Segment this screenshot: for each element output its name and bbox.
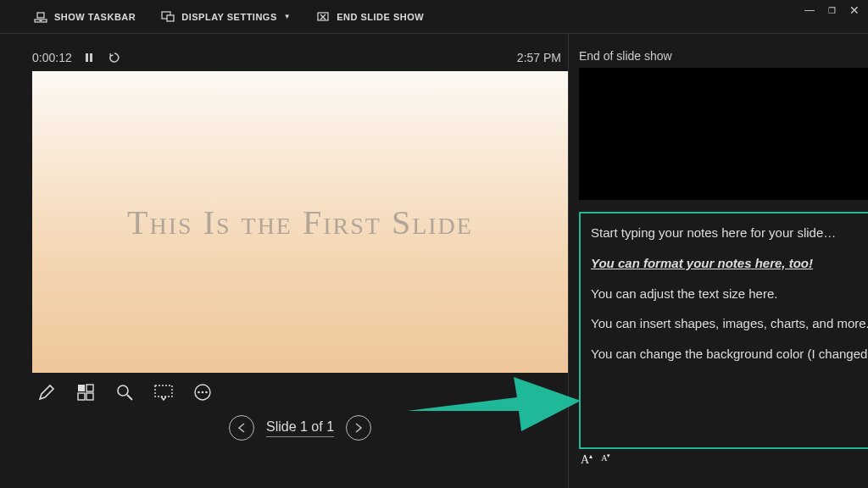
svg-point-14: [198, 391, 200, 394]
notes-line: You can insert shapes, images, charts, a…: [591, 314, 868, 333]
restore-button[interactable]: ❐: [828, 6, 836, 15]
font-increase-button[interactable]: A▴: [581, 452, 593, 467]
restart-timer-button[interactable]: [106, 49, 123, 66]
timer-row: 0:00:12 2:57 PM: [32, 49, 568, 66]
slide-nav: Slide 1 of 1: [32, 415, 568, 441]
notes-line: You can change the background color (I c…: [591, 345, 868, 363]
display-settings-button[interactable]: DISPLAY SETTINGS ▼: [161, 10, 291, 24]
end-show-icon: [316, 10, 330, 24]
current-slide[interactable]: This Is the First Slide: [32, 71, 568, 373]
next-slide-label: End of slide show: [579, 49, 868, 63]
svg-rect-1: [37, 13, 44, 18]
close-button[interactable]: ✕: [849, 3, 860, 17]
notes-font-controls: A▴ A▾: [579, 452, 868, 467]
more-options-button[interactable]: [192, 381, 214, 403]
minimize-button[interactable]: —: [804, 4, 815, 16]
top-toolbar: SHOW TASKBAR DISPLAY SETTINGS ▼ END SLID…: [0, 0, 868, 34]
slide-counter[interactable]: Slide 1 of 1: [266, 419, 334, 437]
svg-rect-5: [86, 53, 88, 62]
elapsed-time: 0:00:12: [32, 51, 72, 64]
slide-tools: [32, 381, 568, 403]
svg-point-15: [202, 391, 204, 394]
svg-point-16: [205, 391, 208, 394]
presenter-main: 0:00:12 2:57 PM This Is the First Slide: [0, 34, 568, 488]
presenter-side: End of slide show Start typing your note…: [568, 34, 868, 488]
display-settings-label: DISPLAY SETTINGS: [181, 12, 277, 22]
show-taskbar-button[interactable]: SHOW TASKBAR: [34, 10, 136, 24]
svg-rect-3: [167, 15, 174, 21]
font-decrease-button[interactable]: A▾: [601, 452, 610, 467]
zoom-button[interactable]: [114, 381, 136, 403]
clock-time: 2:57 PM: [517, 51, 561, 64]
show-taskbar-label: SHOW TASKBAR: [54, 12, 136, 22]
next-slide-button[interactable]: [346, 415, 371, 441]
svg-rect-12: [155, 385, 172, 396]
window-controls: — ❐ ✕: [804, 3, 860, 17]
notes-line: Start typing your notes here for your sl…: [591, 224, 868, 242]
svg-rect-7: [78, 385, 85, 391]
svg-rect-8: [86, 385, 93, 391]
dropdown-icon: ▼: [284, 13, 291, 20]
display-settings-icon: [161, 10, 175, 24]
end-slideshow-label: END SLIDE SHOW: [337, 12, 424, 22]
notes-line: You can format your notes here, too!: [591, 254, 868, 273]
pen-tool-button[interactable]: [36, 381, 58, 403]
svg-point-11: [118, 385, 128, 396]
notes-panel: Start typing your notes here for your sl…: [579, 212, 868, 449]
prev-slide-button[interactable]: [229, 415, 254, 441]
all-slides-button[interactable]: [75, 381, 97, 403]
slide-title: This Is the First Slide: [127, 202, 473, 242]
notes-line: You can adjust the text size here.: [591, 285, 868, 303]
end-slideshow-button[interactable]: END SLIDE SHOW: [316, 10, 424, 24]
black-screen-button[interactable]: [153, 381, 175, 403]
svg-rect-10: [86, 393, 93, 400]
pause-button[interactable]: [81, 49, 97, 66]
taskbar-icon: [34, 10, 47, 24]
svg-rect-6: [90, 53, 92, 62]
svg-rect-9: [78, 393, 85, 400]
notes-text[interactable]: Start typing your notes here for your sl…: [591, 224, 868, 439]
next-slide-preview[interactable]: [579, 68, 868, 200]
